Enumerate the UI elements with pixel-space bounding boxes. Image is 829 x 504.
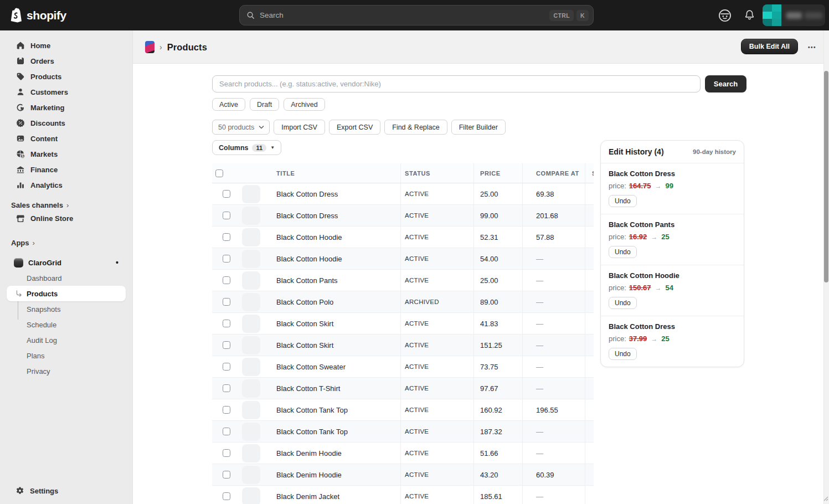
table-row[interactable]: Black Cotton SkirtACTIVE151.25—: [212, 335, 594, 356]
select-all-checkbox[interactable]: [215, 169, 223, 177]
sidebar-item-online-store[interactable]: Online Store: [7, 210, 126, 226]
table-row[interactable]: Black Denim HoodieACTIVE51.66—: [212, 443, 594, 464]
table-row[interactable]: Black Cotton SweaterACTIVE73.75—: [212, 356, 594, 378]
search-button[interactable]: Search: [705, 75, 746, 92]
app-subnav-item-audit-log[interactable]: Audit Log: [7, 332, 126, 348]
app-subnav-item-schedule[interactable]: Schedule: [7, 317, 126, 332]
app-subnav-item-privacy[interactable]: Privacy: [7, 363, 126, 379]
edit-history-change: price:164.75→99: [609, 182, 736, 190]
table-row[interactable]: Black Denim HoodieACTIVE43.2060.39: [212, 464, 594, 486]
clarogrid-app-icon: [14, 258, 23, 268]
row-checkbox[interactable]: [223, 212, 230, 219]
app-subnav-item-dashboard[interactable]: Dashboard: [7, 270, 126, 286]
page-size-select[interactable]: 50 products: [212, 120, 270, 135]
table-row[interactable]: Black Cotton Tank TopACTIVE187.32—: [212, 421, 594, 443]
assistant-icon[interactable]: [718, 0, 732, 30]
undo-button[interactable]: Undo: [609, 246, 637, 258]
edit-history-title: Edit History (4): [609, 147, 664, 156]
sidebar-item-customers[interactable]: Customers: [7, 84, 126, 100]
sidebar-item-settings[interactable]: Settings: [7, 483, 126, 498]
discount-icon: [16, 119, 25, 127]
row-checkbox[interactable]: [223, 255, 230, 263]
global-search-input[interactable]: [260, 11, 547, 19]
scrollbar-thumb[interactable]: [824, 71, 828, 282]
sidebar-item-orders[interactable]: Orders: [7, 53, 126, 69]
row-checkbox[interactable]: [223, 320, 230, 327]
row-checkbox[interactable]: [223, 276, 230, 284]
marketing-icon: [16, 103, 25, 112]
sidebar-item-products[interactable]: Products: [7, 69, 126, 84]
import-csv-button[interactable]: Import CSV: [274, 120, 325, 135]
filter-chip-archived[interactable]: Archived: [284, 98, 325, 111]
product-price: 187.32: [473, 421, 522, 442]
shopify-logo[interactable]: shopify: [10, 0, 66, 30]
sidebar-item-discounts[interactable]: Discounts: [7, 115, 126, 131]
product-title: Black Cotton Dress: [271, 183, 400, 204]
product-search-input[interactable]: [212, 75, 701, 92]
notification-bell-icon[interactable]: [743, 0, 756, 30]
product-status: ACTIVE: [400, 443, 473, 464]
table-row[interactable]: Black Cotton DressACTIVE25.0069.38: [212, 183, 594, 205]
sales-channels-header[interactable]: Sales channels ›: [0, 199, 132, 210]
sidebar-item-label: Markets: [30, 150, 58, 158]
table-row[interactable]: Black Cotton T-ShirtACTIVE97.67—: [212, 378, 594, 399]
app-breadcrumb-icon[interactable]: [145, 41, 155, 53]
columns-button[interactable]: Columns 11 ▼: [212, 140, 281, 155]
filter-builder-button[interactable]: Filter Builder: [451, 120, 506, 135]
row-checkbox[interactable]: [223, 492, 230, 500]
app-subnav-item-snapshots[interactable]: Snapshots: [7, 301, 126, 317]
app-subnav-item-products[interactable]: Products: [7, 286, 126, 301]
new-value: 54: [666, 284, 673, 292]
row-checkbox[interactable]: [223, 428, 230, 435]
global-search[interactable]: CTRL K: [239, 5, 594, 25]
export-csv-button[interactable]: Export CSV: [329, 120, 380, 135]
table-row[interactable]: Black Cotton DressACTIVE99.00201.68: [212, 205, 594, 227]
table-row[interactable]: Black Denim JacketACTIVE185.61—: [212, 486, 594, 504]
app-subnav-label: Snapshots: [27, 305, 60, 313]
table-row[interactable]: Black Cotton HoodieACTIVE52.3157.88: [212, 227, 594, 248]
filter-chip-draft[interactable]: Draft: [250, 98, 279, 111]
row-checkbox[interactable]: [223, 363, 230, 371]
sidebar-app-clarogrid[interactable]: ClaroGrid •: [7, 255, 126, 270]
analytics-icon: [16, 181, 25, 189]
sidebar-item-content[interactable]: Content: [7, 131, 126, 146]
table-row[interactable]: Black Cotton HoodieACTIVE54.00—: [212, 248, 594, 270]
sidebar-item-finance[interactable]: Finance: [7, 162, 126, 177]
find-replace-button[interactable]: Find & Replace: [384, 120, 447, 135]
sidebar-item-analytics[interactable]: Analytics: [7, 177, 126, 193]
table-row[interactable]: Black Cotton PantsACTIVE25.00—: [212, 270, 594, 291]
clipped-cell: [585, 399, 594, 420]
table-row[interactable]: Black Cotton Tank TopACTIVE160.92196.55: [212, 399, 594, 421]
undo-button[interactable]: Undo: [609, 348, 637, 360]
more-options-icon[interactable]: •••: [808, 44, 816, 50]
sidebar-item-marketing[interactable]: Marketing: [7, 100, 126, 115]
apps-header[interactable]: Apps ›: [0, 237, 132, 248]
row-checkbox[interactable]: [223, 233, 230, 241]
row-checkbox[interactable]: [223, 406, 230, 414]
product-status: ACTIVE: [400, 335, 473, 356]
account-menu[interactable]: [763, 4, 825, 26]
bulk-edit-all-button[interactable]: Bulk Edit All: [741, 39, 798, 54]
finance-icon: [16, 165, 25, 174]
app-subnav-label: Schedule: [27, 321, 56, 329]
app-subnav-item-plans[interactable]: Plans: [7, 348, 126, 363]
product-price: 43.20: [473, 464, 522, 485]
product-title: Black Cotton Tank Top: [271, 399, 400, 420]
row-checkbox[interactable]: [223, 298, 230, 306]
filter-chip-active[interactable]: Active: [212, 98, 245, 111]
sidebar-item-markets[interactable]: $Markets: [7, 146, 126, 162]
sidebar-item-home[interactable]: Home: [7, 38, 126, 53]
undo-button[interactable]: Undo: [609, 195, 637, 207]
row-checkbox[interactable]: [223, 341, 230, 349]
row-checkbox[interactable]: [223, 190, 230, 198]
product-thumbnail: [242, 336, 260, 354]
table-row[interactable]: Black Cotton SkirtACTIVE41.83—: [212, 313, 594, 335]
row-checkbox[interactable]: [223, 449, 230, 457]
edit-history-item: Black Cotton Dressprice:37.99→25Undo: [601, 316, 744, 367]
table-row[interactable]: Black Cotton PoloARCHIVED89.00—: [212, 291, 594, 313]
row-checkbox[interactable]: [223, 384, 230, 392]
shortcut-ctrl-key: CTRL: [549, 10, 574, 21]
undo-button[interactable]: Undo: [609, 297, 637, 309]
app-subnav: DashboardProductsSnapshotsScheduleAudit …: [0, 270, 132, 379]
row-checkbox[interactable]: [223, 471, 230, 479]
